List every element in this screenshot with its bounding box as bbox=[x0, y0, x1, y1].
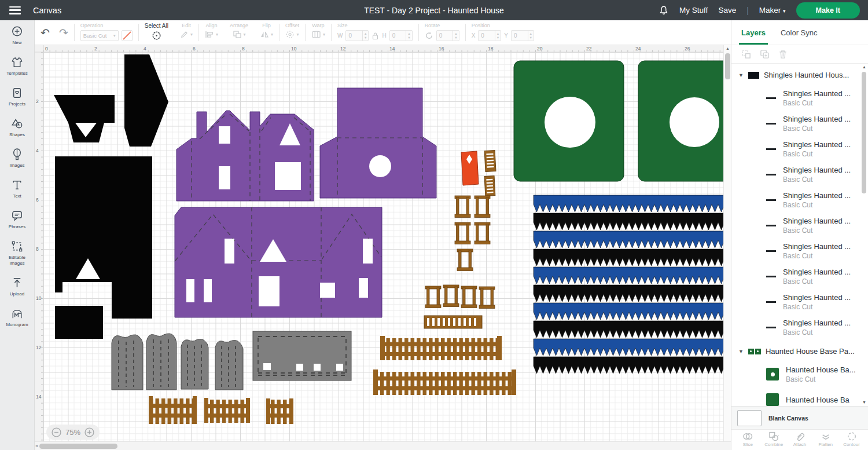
horizontal-scroll-thumb[interactable] bbox=[39, 444, 117, 449]
layer-row[interactable]: Shingles Haunted ...Basic Cut bbox=[731, 314, 868, 340]
svg-text:8: 8 bbox=[36, 246, 39, 252]
rotate-input[interactable]: ▲▼ bbox=[436, 30, 459, 41]
canvas-artwork: 02468101214161820222426 2468101214 bbox=[35, 45, 723, 441]
sidebar-item-text[interactable]: Text bbox=[0, 174, 34, 204]
tab-layers[interactable]: Layers bbox=[741, 20, 766, 45]
group-layers-icon[interactable] bbox=[741, 49, 751, 59]
align-dropdown[interactable]: ▾ bbox=[205, 30, 218, 39]
layers-scroll-thumb[interactable] bbox=[862, 72, 866, 193]
rotate-stepper[interactable]: ▲▼ bbox=[453, 31, 458, 41]
layer-row[interactable]: Haunted House Ba...Basic Cut bbox=[731, 361, 868, 387]
redo-icon[interactable]: ↷ bbox=[59, 27, 68, 38]
sidebar-item-projects[interactable]: Projects bbox=[0, 82, 34, 112]
position-y-input[interactable]: ▲▼ bbox=[511, 30, 534, 41]
chevron-down-icon[interactable]: ▼ bbox=[738, 72, 744, 78]
flip-dropdown[interactable]: ▾ bbox=[260, 30, 273, 39]
layer-row[interactable]: Shingles Haunted ...Basic Cut bbox=[731, 111, 868, 136]
delete-layer-icon[interactable] bbox=[778, 49, 788, 59]
brown-trim-strip[interactable] bbox=[424, 316, 482, 328]
layer-row[interactable]: Shingles Haunted ...Basic Cut bbox=[731, 136, 868, 162]
layers-scroll-up-arrow[interactable]: ▲ bbox=[862, 65, 866, 69]
height-stepper[interactable]: ▲▼ bbox=[406, 31, 411, 41]
layer-thumbnail bbox=[766, 199, 776, 201]
color-swatch-none[interactable] bbox=[122, 30, 133, 41]
layers-panel: Layers Color Sync ▼Shingles Haunted Hous… bbox=[731, 20, 868, 450]
size-lock-icon[interactable] bbox=[372, 32, 378, 40]
scroll-left-arrow[interactable]: ◂ bbox=[35, 443, 38, 448]
layer-operation: Basic Cut bbox=[783, 150, 851, 158]
layer-title: Shingles Haunted ... bbox=[783, 293, 851, 302]
operation-select[interactable]: Basic Cut▾ bbox=[80, 30, 119, 41]
warp-dropdown[interactable]: ▾ bbox=[311, 30, 325, 39]
arrange-dropdown[interactable]: ▾ bbox=[233, 30, 246, 39]
green-base-pieces[interactable] bbox=[514, 61, 723, 181]
sidebar-item-upload[interactable]: Upload bbox=[0, 272, 34, 302]
zoom-level: 75% bbox=[65, 428, 80, 437]
height-input[interactable]: ▲▼ bbox=[389, 30, 413, 41]
layer-actions-bar: SliceCombineAttachFlattenContour bbox=[731, 429, 868, 450]
layer-row[interactable]: Shingles Haunted ...Basic Cut bbox=[731, 289, 868, 314]
offset-dropdown[interactable]: ▾ bbox=[285, 30, 299, 39]
action-label: Slice bbox=[743, 442, 753, 447]
y-stepper[interactable]: ▲▼ bbox=[528, 31, 534, 41]
action-label: Flatten bbox=[819, 442, 833, 447]
select-all-icon[interactable] bbox=[152, 31, 161, 41]
machine-selector[interactable]: Maker ▾ bbox=[759, 6, 786, 14]
zoom-out-icon[interactable] bbox=[52, 427, 61, 437]
sidebar-item-images[interactable]: Images bbox=[0, 143, 34, 174]
layer-group-header[interactable]: ▼Shingles Haunted Hous... bbox=[731, 64, 868, 85]
layer-row[interactable]: Haunted House Ba bbox=[731, 387, 868, 406]
contour-button[interactable]: Contour bbox=[839, 431, 865, 447]
top-bar: Canvas TEST - Day 2 Project - Haunted Ho… bbox=[0, 0, 868, 20]
sidebar-item-templates[interactable]: Templates bbox=[0, 51, 34, 82]
design-canvas[interactable]: 02468101214161820222426 2468101214 bbox=[35, 45, 731, 450]
layer-row[interactable]: Shingles Haunted ...Basic Cut bbox=[731, 264, 868, 289]
layer-row[interactable]: Shingles Haunted ...Basic Cut bbox=[731, 187, 868, 213]
layer-row[interactable]: Shingles Haunted ...Basic Cut bbox=[731, 85, 868, 111]
layer-thumbnail bbox=[766, 174, 776, 175]
layer-list-scrollbar[interactable]: ▲ ▼ bbox=[861, 65, 867, 404]
width-stepper[interactable]: ▲▼ bbox=[362, 31, 368, 41]
layer-row[interactable]: Shingles Haunted ...Basic Cut bbox=[731, 213, 868, 238]
operation-label: Operation bbox=[80, 23, 133, 28]
slice-button[interactable]: Slice bbox=[735, 431, 760, 447]
warp-icon bbox=[311, 30, 321, 39]
zoom-in-icon[interactable] bbox=[84, 427, 94, 437]
flatten-button[interactable]: Flatten bbox=[813, 431, 838, 447]
make-it-button[interactable]: Make It bbox=[796, 2, 860, 19]
sidebar-item-shapes[interactable]: Shapes bbox=[0, 112, 34, 143]
orange-door-piece[interactable] bbox=[461, 151, 479, 185]
layer-row[interactable]: Shingles Haunted ...Basic Cut bbox=[731, 238, 868, 264]
attach-button[interactable]: Attach bbox=[787, 431, 812, 447]
vertical-scroll-thumb[interactable] bbox=[725, 53, 730, 79]
save-link[interactable]: Save bbox=[718, 6, 736, 14]
svg-text:18: 18 bbox=[488, 46, 494, 52]
notifications-bell-icon[interactable] bbox=[659, 5, 669, 16]
layer-row[interactable]: Shingles Haunted ...Basic Cut bbox=[731, 162, 868, 187]
sidebar-item-new[interactable]: New bbox=[0, 20, 34, 51]
my-stuff-link[interactable]: My Stuff bbox=[679, 6, 708, 14]
sidebar-item-editable-images[interactable]: Editable Images bbox=[0, 235, 34, 272]
tab-color-sync[interactable]: Color Sync bbox=[781, 20, 818, 45]
gray-base-plate[interactable] bbox=[253, 331, 351, 381]
blank-canvas-swatch[interactable] bbox=[737, 410, 762, 426]
sidebar-item-phrases[interactable]: Phrases bbox=[0, 204, 34, 235]
scroll-up-arrow[interactable]: ▲ bbox=[726, 46, 730, 50]
undo-icon[interactable]: ↶ bbox=[41, 27, 50, 38]
canvas-vertical-scrollbar[interactable]: ▲ bbox=[723, 45, 731, 441]
x-stepper[interactable]: ▲▼ bbox=[495, 31, 501, 41]
height-label: H bbox=[382, 32, 386, 39]
canvas-horizontal-scrollbar[interactable]: ◂ bbox=[35, 441, 731, 450]
position-x-input[interactable]: ▲▼ bbox=[478, 30, 501, 41]
edit-dropdown[interactable]: ▾ bbox=[180, 30, 193, 39]
layers-scroll-down-arrow[interactable]: ▼ bbox=[862, 400, 866, 404]
blank-canvas-row[interactable]: Blank Canvas bbox=[731, 406, 868, 429]
width-input[interactable]: ▲▼ bbox=[345, 30, 369, 41]
chevron-down-icon[interactable]: ▼ bbox=[738, 349, 744, 354]
duplicate-layer-icon[interactable] bbox=[760, 49, 770, 59]
layer-group-header[interactable]: ▼Haunted House Base Pa... bbox=[731, 340, 868, 361]
sidebar-item-monogram[interactable]: Monogram bbox=[0, 302, 34, 333]
combine-icon bbox=[768, 431, 779, 441]
combine-button[interactable]: Combine bbox=[761, 431, 786, 447]
hamburger-menu-icon[interactable] bbox=[9, 6, 21, 14]
